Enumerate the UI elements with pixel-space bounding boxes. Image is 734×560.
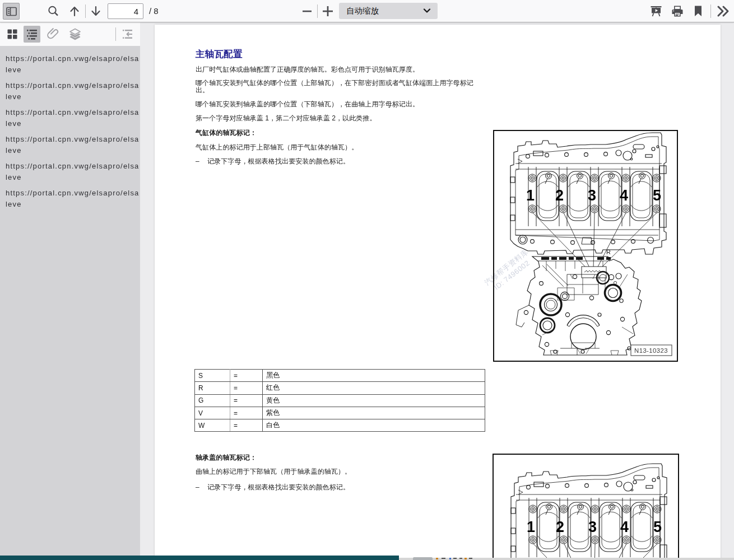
- zoom-in-button[interactable]: [319, 3, 336, 20]
- list-dash-marker: –: [196, 484, 207, 492]
- paragraph: 第一个字母对应轴承盖 1，第二个对应轴承盖 2，以此类推。: [196, 115, 509, 123]
- background-text-fragment: [436, 558, 438, 559]
- table-cell-color: 白色: [263, 419, 485, 432]
- outline-view-button[interactable]: [24, 26, 40, 43]
- thumbnails-view-button[interactable]: [4, 26, 21, 43]
- list-item-text: 记录下字母，根据表格找出要安装的颜色标记。: [207, 483, 350, 491]
- section-heading: 气缸体的轴瓦标记：: [196, 129, 257, 137]
- figure-label-text: N13-10323: [634, 347, 668, 354]
- paragraph: 哪个轴瓦安装到气缸体的哪个位置（上部轴瓦），在下部密封面或者气缸体端面上用字母标…: [196, 80, 477, 95]
- bearing-number: 3: [588, 519, 597, 535]
- layers-view-button[interactable]: [67, 26, 83, 43]
- bearing-number: 2: [555, 187, 564, 204]
- outline-item-line2: leve: [6, 199, 140, 210]
- outline-item-line2: leve: [6, 172, 140, 183]
- paperclip-icon: [47, 27, 60, 41]
- table-cell-equals: =: [230, 407, 263, 419]
- list-dash-marker: –: [196, 158, 207, 166]
- background-window-titlebar: [399, 558, 734, 560]
- outline-item-line1: https://portal.cpn.vwg/elsapro/elsa: [6, 188, 140, 199]
- paragraph: 曲轴上的标记用于下部轴瓦（用于轴承盖的轴瓦）。: [196, 468, 509, 476]
- page-number-input[interactable]: [108, 3, 143, 19]
- toolbar-separator: [85, 4, 86, 18]
- outline-item[interactable]: https://portal.cpn.vwg/elsapro/elsaleve: [0, 134, 140, 156]
- section-heading: 轴承盖的轴瓦标记：: [196, 454, 257, 462]
- outline-list: https://portal.cpn.vwg/elsapro/elsaleve …: [0, 46, 140, 560]
- current-outline-item-icon: [122, 28, 134, 40]
- table-cell-letter: V: [195, 407, 230, 419]
- table-cell-equals: =: [230, 419, 263, 432]
- table-cell-equals: =: [230, 370, 263, 382]
- print-icon: [671, 4, 684, 18]
- table-cell-color: 紫色: [263, 407, 485, 419]
- list-item: –记录下字母，根据表格找出要安装的颜色标记。: [196, 158, 509, 166]
- bearing-number: 5: [653, 187, 661, 204]
- toolbar-separator: [115, 27, 116, 41]
- secondary-toolbar-toggle-button[interactable]: [715, 3, 732, 20]
- bearing-number: 1: [526, 187, 535, 204]
- toolbar-separator: [710, 4, 711, 18]
- outline-item[interactable]: https://portal.cpn.vwg/elsapro/elsaleve: [0, 107, 140, 129]
- leader-lines: [533, 213, 657, 270]
- table-cell-equals: =: [230, 382, 263, 394]
- presentation-mode-icon: [649, 4, 663, 18]
- find-button[interactable]: [45, 3, 62, 20]
- outline-item-line1: https://portal.cpn.vwg/elsapro/elsa: [6, 161, 140, 172]
- color-code-table: S=黑色 R=红色 G=黄色 V=紫色 W=白色: [194, 369, 485, 432]
- table-row: R=红色: [195, 382, 485, 394]
- outline-item[interactable]: https://portal.cpn.vwg/elsapro/elsaleve: [0, 80, 140, 102]
- figure-engine-block-2: 1 2 3 4 5: [493, 454, 679, 558]
- paragraph: 气缸体上的标记用于上部轴瓦（用于气缸体的轴瓦）。: [196, 144, 509, 152]
- outline-item-line1: https://portal.cpn.vwg/elsapro/elsa: [6, 107, 140, 118]
- outline-item-line2: leve: [6, 64, 140, 76]
- table-cell-letter: G: [195, 394, 230, 407]
- pdf-page: 主轴瓦配置 出厂时气缸体或曲轴配置了正确厚度的轴瓦。彩色点可用于识别轴瓦厚度。 …: [155, 25, 721, 560]
- background-window-icon: [413, 557, 433, 560]
- table-cell-letter: W: [195, 419, 230, 432]
- print-button[interactable]: [669, 3, 686, 20]
- chevron-down-icon: [423, 8, 431, 13]
- background-text-fragment: [442, 558, 445, 559]
- next-page-button[interactable]: [87, 3, 104, 20]
- zoom-out-button[interactable]: [299, 3, 315, 20]
- bearing-number: 3: [588, 187, 596, 204]
- figure-label: N13-10323: [631, 345, 672, 356]
- page-down-icon: [89, 4, 103, 18]
- paragraph: 出厂时气缸体或曲轴配置了正确厚度的轴瓦。彩色点可用于识别轴瓦厚度。: [196, 66, 509, 74]
- page-count-label: / 8: [149, 0, 159, 22]
- table-row: S=黑色: [195, 370, 485, 382]
- attachments-view-button[interactable]: [45, 26, 62, 43]
- layers-icon: [68, 27, 82, 41]
- zoom-scale-select[interactable]: 自动缩放: [339, 3, 438, 19]
- pdf-toolbar: / 8 自动缩放: [0, 0, 734, 22]
- background-text-fragment: [469, 558, 472, 559]
- previous-page-button[interactable]: [66, 3, 83, 20]
- outline-item-line2: leve: [6, 118, 140, 129]
- figure-engine-block: 1 2 3 4 5 R: [493, 130, 678, 362]
- outline-item-line2: leve: [6, 145, 140, 156]
- presentation-mode-button[interactable]: [648, 3, 665, 20]
- background-text-fragment: [453, 558, 457, 559]
- bookmark-button[interactable]: [690, 3, 707, 20]
- table-cell-color: 红色: [263, 382, 485, 394]
- outline-item-line1: https://portal.cpn.vwg/elsapro/elsa: [6, 80, 140, 91]
- figure-r-label: R: [606, 249, 611, 255]
- thumbnails-icon: [6, 28, 18, 40]
- table-row: G=黄色: [195, 394, 485, 407]
- search-icon: [47, 4, 60, 18]
- list-item-text: 记录下字母，根据表格找出要安装的颜色标记。: [207, 157, 350, 165]
- sidebar-toggle-button[interactable]: [3, 3, 20, 20]
- pdf-viewer-area[interactable]: 主轴瓦配置 出厂时气缸体或曲轴配置了正确厚度的轴瓦。彩色点可用于识别轴瓦厚度。 …: [140, 22, 734, 560]
- table-cell-letter: S: [195, 370, 230, 382]
- table-row: V=紫色: [195, 407, 485, 419]
- list-item: –记录下字母，根据表格找出要安装的颜色标记。: [196, 484, 509, 492]
- outline-item-line1: https://portal.cpn.vwg/elsapro/elsa: [6, 53, 140, 64]
- bearing-number: 4: [620, 187, 628, 204]
- outline-item[interactable]: https://portal.cpn.vwg/elsapro/elsaleve: [0, 161, 140, 183]
- bearing-number: 2: [556, 519, 564, 535]
- zoom-out-icon: [301, 6, 313, 17]
- outline-item[interactable]: https://portal.cpn.vwg/elsapro/elsaleve: [0, 188, 140, 209]
- current-outline-item-button[interactable]: [119, 26, 136, 43]
- outline-item[interactable]: https://portal.cpn.vwg/elsapro/elsaleve: [0, 53, 140, 75]
- outline-item-line1: https://portal.cpn.vwg/elsapro/elsa: [6, 134, 140, 145]
